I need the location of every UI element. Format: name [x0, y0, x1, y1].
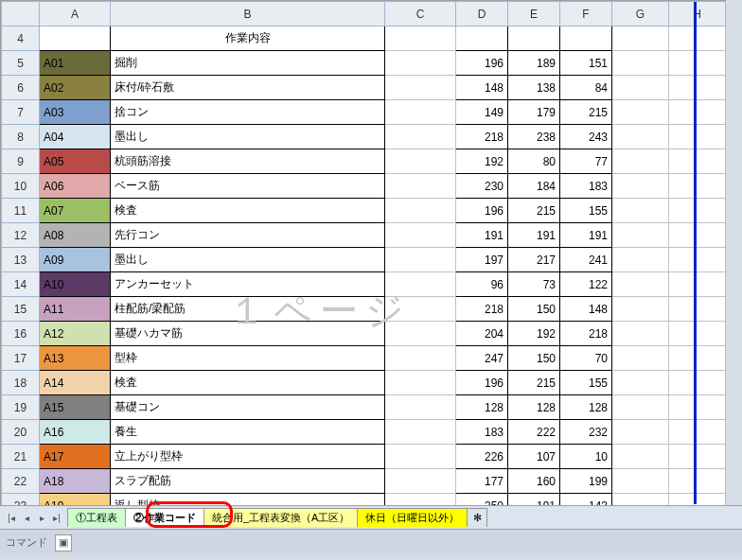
cell[interactable]	[612, 322, 669, 346]
value-cell[interactable]: 138	[508, 76, 560, 100]
macro-record-icon[interactable]: ▣	[55, 534, 72, 551]
cell[interactable]	[669, 322, 726, 346]
row-header[interactable]: 11	[2, 199, 40, 223]
value-cell[interactable]: 247	[456, 346, 508, 371]
col-header-G[interactable]: G	[612, 2, 669, 26]
value-cell[interactable]: 122	[560, 272, 612, 297]
value-cell[interactable]: 232	[560, 420, 612, 445]
row-header[interactable]: 20	[2, 420, 40, 445]
desc-cell[interactable]: ベース筋	[111, 174, 385, 199]
row-header[interactable]: 12	[2, 223, 40, 248]
code-cell[interactable]: A16	[40, 420, 111, 445]
value-cell[interactable]: 183	[560, 174, 612, 199]
value-cell[interactable]: 222	[508, 420, 560, 445]
value-cell[interactable]: 179	[508, 100, 560, 125]
value-cell[interactable]: 73	[508, 272, 560, 297]
value-cell[interactable]: 177	[456, 469, 508, 494]
value-cell[interactable]: 10	[560, 445, 612, 469]
value-cell[interactable]: 148	[456, 76, 508, 100]
value-cell[interactable]: 70	[560, 346, 612, 371]
sheet-tab[interactable]: ②作業コード	[125, 508, 204, 527]
cell[interactable]	[612, 76, 669, 100]
cell[interactable]	[669, 297, 726, 322]
cell[interactable]	[612, 51, 669, 76]
desc-cell[interactable]: 検査	[111, 199, 385, 223]
value-cell[interactable]: 204	[456, 322, 508, 346]
value-cell[interactable]: 77	[560, 149, 612, 174]
col-header-C[interactable]: C	[385, 2, 456, 26]
cell[interactable]	[612, 272, 669, 297]
desc-cell[interactable]: 杭頭筋溶接	[111, 149, 385, 174]
cell[interactable]	[612, 395, 669, 420]
cell[interactable]	[385, 174, 456, 199]
code-cell[interactable]: A11	[40, 297, 111, 322]
cell[interactable]	[669, 272, 726, 297]
row-header[interactable]: 22	[2, 469, 40, 494]
value-cell[interactable]: 215	[560, 100, 612, 125]
cell[interactable]	[385, 149, 456, 174]
code-cell[interactable]: A07	[40, 199, 111, 223]
desc-cell[interactable]: 床付/砕石敷	[111, 76, 385, 100]
code-cell[interactable]: A03	[40, 100, 111, 125]
col-header-B[interactable]: B	[111, 2, 385, 26]
code-cell[interactable]: A08	[40, 223, 111, 248]
col-header-H[interactable]: H	[669, 2, 726, 26]
row-header[interactable]: 4	[2, 26, 40, 51]
cell[interactable]	[612, 174, 669, 199]
col-header-D[interactable]: D	[456, 2, 508, 26]
desc-cell[interactable]: 型枠	[111, 346, 385, 371]
tab-nav-next[interactable]: ▸	[34, 510, 49, 525]
cell[interactable]	[669, 51, 726, 76]
value-cell[interactable]: 218	[456, 297, 508, 322]
cell[interactable]	[669, 125, 726, 149]
value-cell[interactable]: 160	[508, 469, 560, 494]
value-cell[interactable]: 150	[508, 346, 560, 371]
value-cell[interactable]: 148	[560, 297, 612, 322]
value-cell[interactable]: 215	[508, 371, 560, 395]
row-header[interactable]: 14	[2, 272, 40, 297]
row-header[interactable]: 17	[2, 346, 40, 371]
cell[interactable]	[612, 125, 669, 149]
value-cell[interactable]: 230	[456, 174, 508, 199]
value-cell[interactable]: 107	[508, 445, 560, 469]
desc-cell[interactable]: 先行コン	[111, 223, 385, 248]
cell[interactable]	[669, 100, 726, 125]
cell[interactable]	[669, 248, 726, 272]
desc-cell[interactable]: 検査	[111, 371, 385, 395]
desc-cell[interactable]: 基礎コン	[111, 395, 385, 420]
cell[interactable]	[612, 445, 669, 469]
value-cell[interactable]: 197	[456, 248, 508, 272]
cell[interactable]	[385, 51, 456, 76]
code-cell[interactable]: A06	[40, 174, 111, 199]
cell[interactable]	[612, 100, 669, 125]
value-cell[interactable]: 192	[456, 149, 508, 174]
code-cell[interactable]: A02	[40, 76, 111, 100]
value-cell[interactable]: 149	[456, 100, 508, 125]
row-header[interactable]: 9	[2, 149, 40, 174]
value-cell[interactable]: 238	[508, 125, 560, 149]
value-cell[interactable]: 151	[560, 51, 612, 76]
value-cell[interactable]: 155	[560, 371, 612, 395]
row-header[interactable]: 13	[2, 248, 40, 272]
cell[interactable]	[612, 26, 669, 51]
row-header[interactable]: 19	[2, 395, 40, 420]
row-header[interactable]: 16	[2, 322, 40, 346]
value-cell[interactable]: 218	[456, 125, 508, 149]
sheet-tab[interactable]: 統合用_工程表変換（A工区）	[203, 508, 358, 527]
desc-cell[interactable]: 基礎ハカマ筋	[111, 322, 385, 346]
value-cell[interactable]: 243	[560, 125, 612, 149]
cell[interactable]	[612, 199, 669, 223]
row-header[interactable]: 6	[2, 76, 40, 100]
value-cell[interactable]: 217	[508, 248, 560, 272]
value-cell[interactable]: 128	[456, 395, 508, 420]
col-header-F[interactable]: F	[560, 2, 612, 26]
cell[interactable]	[456, 26, 508, 51]
col-header-A[interactable]: A	[40, 2, 111, 26]
row-header[interactable]: 5	[2, 51, 40, 76]
code-cell[interactable]: A17	[40, 445, 111, 469]
value-cell[interactable]: 189	[508, 51, 560, 76]
new-sheet-tab[interactable]: ✻	[467, 508, 487, 527]
select-all-corner[interactable]	[2, 2, 40, 26]
code-cell[interactable]: A10	[40, 272, 111, 297]
tab-nav-last[interactable]: ▸|	[49, 510, 64, 525]
